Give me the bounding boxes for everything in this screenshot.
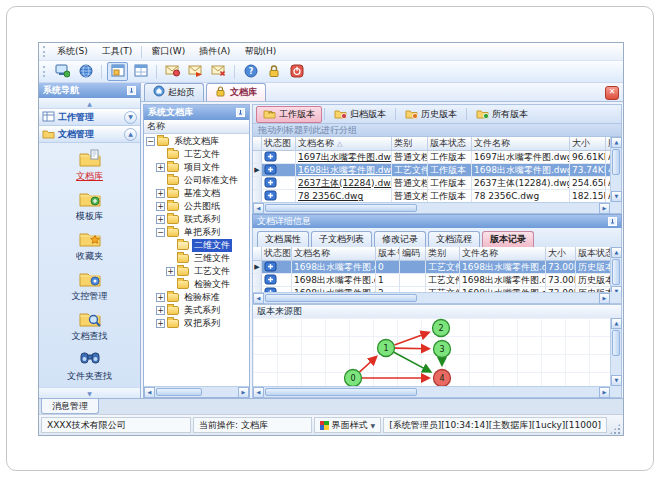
resize-grip[interactable] <box>609 423 621 435</box>
tree-item[interactable]: −系统文档库 <box>144 135 249 148</box>
scroll-thumb[interactable] <box>156 388 202 396</box>
tab-home[interactable]: 起始页 <box>144 83 204 101</box>
exit-button[interactable] <box>286 62 307 81</box>
column-header-状态图[interactable]: 状态图 <box>262 247 292 261</box>
column-header-大小[interactable]: 大小 <box>546 247 576 261</box>
tree-item[interactable]: 工艺文件 <box>144 148 249 161</box>
table-row[interactable]: 2637主体(12284).dwg普通文档工作版本2637主体(12284).d… <box>253 177 610 190</box>
column-header-大小[interactable]: 大小 <box>570 137 606 151</box>
column-header-文件名称[interactable]: 文件名称 <box>460 247 546 261</box>
expand-icon[interactable]: + <box>156 202 165 211</box>
sidebar-scroll-up[interactable]: ▲ <box>39 98 140 109</box>
detail-tab-版本记录[interactable]: 版本记录 <box>482 231 534 247</box>
collapse-icon[interactable]: − <box>146 137 155 146</box>
sidebar-item-template-library[interactable]: 模板库 <box>44 186 136 226</box>
expand-icon[interactable]: + <box>156 215 165 224</box>
interface-style-dropdown[interactable]: 界面样式 ▼ <box>314 417 382 433</box>
menu-item-4[interactable]: 插件(A) <box>192 44 237 59</box>
tree-item[interactable]: +检验标准 <box>144 291 249 304</box>
lock-button[interactable] <box>263 62 284 81</box>
tree-item[interactable]: +工艺文件 <box>144 265 249 278</box>
tree-hscrollbar[interactable]: ◀ ▶ <box>144 386 249 397</box>
tab-message-management[interactable]: 消息管理 <box>41 399 99 414</box>
expand-icon[interactable]: + <box>166 267 175 276</box>
pin-icon[interactable] <box>608 217 617 226</box>
scroll-left-icon[interactable]: ◀ <box>144 387 155 398</box>
expand-icon[interactable]: + <box>156 189 165 198</box>
scroll-thumb[interactable] <box>265 204 417 212</box>
sidebar-panel-work-management[interactable]: 工作管理 ▼ <box>39 109 140 126</box>
scroll-thumb[interactable] <box>265 388 417 396</box>
column-header-状态图[interactable]: 状态图 <box>262 137 296 151</box>
column-header-编码[interactable]: 编码 <box>400 247 426 261</box>
tree-item[interactable]: 公司标准文件 <box>144 174 249 187</box>
table-row[interactable]: 78 2356C.dwg普通文档工作版本78 2356C.dwg182.15KB… <box>253 190 610 202</box>
sidebar-item-doc-search[interactable]: 文档查找 <box>44 306 136 346</box>
tree-item[interactable]: +公共图纸 <box>144 200 249 213</box>
chevron-up-icon[interactable]: ▲ <box>124 128 137 141</box>
history-version-button[interactable]: 历史版本 <box>398 106 464 123</box>
version-records-grid-vscrollbar[interactable]: ▲▼ <box>610 247 621 292</box>
documents-grid-hscrollbar[interactable]: ◀▶ <box>253 202 610 213</box>
detail-tab-文档属性[interactable]: 文档属性 <box>257 231 309 247</box>
start-page-button[interactable] <box>107 62 128 81</box>
tree-item[interactable]: +联式系列 <box>144 213 249 226</box>
sidebar-item-folder-search[interactable]: 文件夹查找 <box>44 346 136 386</box>
pin-icon[interactable] <box>236 108 245 117</box>
column-header-文档名称[interactable]: 文档名称△ <box>296 137 392 151</box>
sidebar-item-doc-control[interactable]: 文控管理 <box>44 266 136 306</box>
column-header-类别[interactable]: 类别 <box>392 137 428 151</box>
graph-vscrollbar[interactable]: ▲ ▼ <box>610 318 621 386</box>
globe-button[interactable] <box>75 62 96 81</box>
scroll-right-icon[interactable]: ▶ <box>599 293 610 304</box>
tab-library[interactable]: 文档库 <box>206 83 266 101</box>
mail-alert-button[interactable] <box>208 62 229 81</box>
sidebar-scroll-down[interactable]: ▼ <box>39 387 140 398</box>
work-version-button[interactable]: 工作版本 <box>256 106 322 123</box>
close-icon[interactable]: ✕ <box>605 86 619 100</box>
tree-item[interactable]: 检验文件 <box>144 278 249 291</box>
help-button[interactable]: ? <box>240 62 261 81</box>
column-header-版本状态[interactable]: 版本状态 <box>576 247 610 261</box>
tree-item[interactable]: 二维文件 <box>144 239 249 252</box>
mail-send-button[interactable] <box>185 62 206 81</box>
sidebar-panel-doc-management[interactable]: 文档管理 ▲ <box>39 126 140 143</box>
scroll-down-icon[interactable]: ▼ <box>611 191 622 202</box>
documents-grid-vscrollbar[interactable]: ▲▼ <box>610 137 621 202</box>
scroll-thumb[interactable] <box>612 259 620 285</box>
sidebar-item-favorites[interactable]: 收藏夹 <box>44 226 136 266</box>
table-row[interactable]: ▶1698出水嘴零件图.dwg0工艺文件1698出水嘴零件图.dwg73.00K… <box>253 261 610 274</box>
tree-item[interactable]: +基准文档 <box>144 187 249 200</box>
menu-item-1[interactable]: 系统(S) <box>50 44 95 59</box>
scroll-up-icon[interactable]: ▲ <box>611 247 622 258</box>
tree-item[interactable]: +项目文件 <box>144 161 249 174</box>
layout-button[interactable] <box>130 62 151 81</box>
scroll-left-icon[interactable]: ◀ <box>253 203 264 214</box>
archive-version-button[interactable]: 归档版本 <box>327 106 393 123</box>
column-header-文档名称[interactable]: 文档名称 <box>292 247 376 261</box>
expand-icon[interactable]: + <box>156 163 165 172</box>
tree-item[interactable]: 三维文件 <box>144 252 249 265</box>
detail-tab-文档流程[interactable]: 文档流程 <box>428 231 480 247</box>
all-version-button[interactable]: 所有版本 <box>469 106 535 123</box>
menu-item-2[interactable]: 工具(T) <box>95 44 140 59</box>
version-records-grid-hscrollbar[interactable]: ◀▶ <box>253 292 610 303</box>
chevron-down-icon[interactable]: ▼ <box>124 111 137 124</box>
detail-tab-修改记录[interactable]: 修改记录 <box>374 231 426 247</box>
scroll-right-icon[interactable]: ▶ <box>599 387 610 398</box>
column-header-版本状态[interactable]: 版本状态 <box>428 137 472 151</box>
scroll-right-icon[interactable]: ▶ <box>599 203 610 214</box>
menu-item-3[interactable]: 窗口(W) <box>144 44 192 59</box>
tree-column-header[interactable]: 名称 <box>144 120 249 134</box>
display-button[interactable] <box>52 62 73 81</box>
scroll-right-icon[interactable]: ▶ <box>238 387 249 398</box>
column-header-类别[interactable]: 类别 <box>426 247 460 261</box>
tree-item[interactable]: +双把系列 <box>144 317 249 330</box>
pin-icon[interactable] <box>127 86 136 95</box>
table-row[interactable]: 1698出水嘴零件图.dwg1工艺文件1698出水嘴零件图.dwg73.00KB… <box>253 274 610 287</box>
mail-new-button[interactable] <box>162 62 183 81</box>
sidebar-item-doc-library[interactable]: 文档库 <box>44 146 136 186</box>
toolbar-grip[interactable] <box>43 66 45 77</box>
menubar-grip[interactable] <box>43 46 45 57</box>
scroll-thumb[interactable] <box>265 294 417 302</box>
